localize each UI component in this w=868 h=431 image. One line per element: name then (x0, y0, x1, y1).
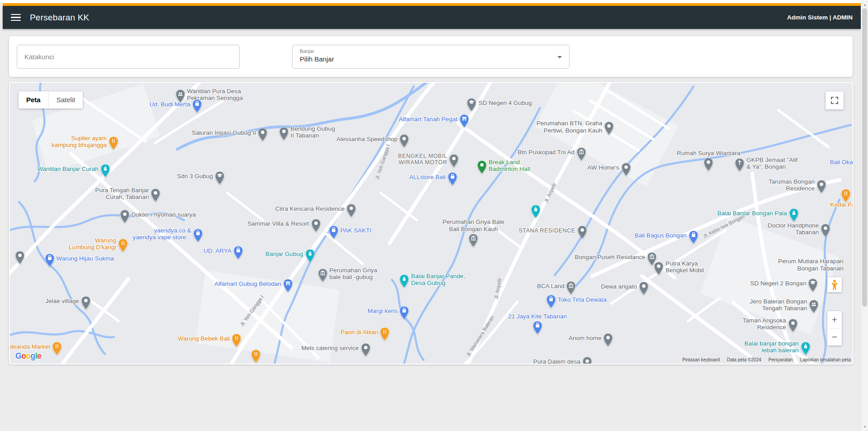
food-pin-icon[interactable] (52, 341, 62, 355)
bag-pin-icon[interactable] (448, 172, 458, 186)
zoom-out-button[interactable]: − (827, 329, 842, 346)
school-pin-icon[interactable] (808, 278, 818, 292)
map-marker-label[interactable]: Balai Banjar Bongan Pala (717, 210, 787, 217)
store-pin-icon[interactable] (283, 279, 293, 293)
map-marker-label[interactable]: ALLstore Bali (409, 174, 445, 180)
map-marker-label[interactable]: Alessanha Speedshop (336, 136, 397, 142)
food-pin-icon[interactable] (231, 333, 241, 347)
user-label[interactable]: Admin Sistem | ADMIN (787, 14, 853, 21)
map-marker-label[interactable]: Doctor Handphone Tabanan (768, 222, 819, 236)
dot-pin-icon[interactable] (477, 160, 487, 174)
bag-pin-icon[interactable] (399, 306, 409, 320)
map-marker-label[interactable]: Sdn 3 Gubug (177, 173, 213, 180)
attribution-report-error-link[interactable]: Laporkan kesalahan peta (800, 357, 851, 362)
bag-pin-icon[interactable] (533, 321, 542, 335)
dot-pin-icon[interactable] (399, 134, 409, 148)
people-pin-icon[interactable] (809, 299, 819, 313)
dot-pin-icon[interactable] (604, 121, 614, 135)
dot-pin-icon[interactable] (816, 180, 826, 194)
dot-pin-icon[interactable] (346, 204, 356, 218)
map-marker-label[interactable]: Warung Lumbung D'kangi (69, 237, 116, 251)
map-marker-label[interactable]: Perumahan BTN. Graha Pertiwi, Bongan Kau… (537, 120, 603, 133)
chevron-down-icon[interactable] (557, 56, 562, 58)
map-marker-label[interactable]: Suplier ayam kampung bhujangga (52, 135, 107, 148)
temple-pin-icon[interactable] (100, 164, 110, 178)
pegman-control[interactable] (827, 277, 842, 292)
map-marker-label[interactable]: yaendya.co & yaendya vape store... (133, 227, 191, 241)
dot-pin-icon[interactable] (621, 162, 631, 176)
menu-icon[interactable] (11, 14, 21, 21)
map-marker-label[interactable]: UD. ARYA (203, 247, 231, 254)
map-marker-label[interactable]: Warung Hijau Sukma (57, 255, 114, 262)
map-marker-label[interactable]: Jelae village (45, 298, 79, 304)
school-pin-icon[interactable] (467, 98, 476, 112)
map-marker-label[interactable]: Citra Kencana Residence (275, 205, 344, 212)
store-pin-icon[interactable] (459, 114, 469, 128)
dot-pin-icon[interactable] (788, 318, 798, 332)
temple-pin-icon[interactable] (789, 208, 799, 222)
bag-pin-icon[interactable] (45, 253, 55, 267)
dot-pin-icon[interactable] (361, 343, 371, 357)
dot-pin-icon[interactable] (654, 261, 664, 275)
map-marker-label[interactable]: AW Home's (587, 164, 619, 171)
google-logo[interactable]: Google (15, 351, 41, 361)
school-pin-icon[interactable] (215, 171, 225, 185)
dot-pin-icon[interactable] (81, 296, 91, 310)
map-marker-label[interactable]: Bali Bagus Bongan (635, 232, 687, 239)
bank-pin-icon[interactable] (566, 281, 576, 295)
map-marker-label[interactable]: Saluran Irigasi Gubug II (192, 130, 256, 137)
map-marker-label[interactable]: Putra Karya Bengkel Mobil (665, 260, 704, 274)
scrollbar-up-arrow-icon[interactable]: ▲ (861, 1, 868, 8)
temple-pin-icon[interactable] (305, 249, 315, 263)
bank-pin-icon[interactable] (576, 147, 586, 161)
map-marker-label[interactable]: SD Negeri 4 Gubug (478, 100, 532, 107)
zoom-in-button[interactable]: + (827, 311, 842, 328)
map-marker-label[interactable]: BENGKEL MOBIL WIRAMA MOTOR (398, 153, 448, 166)
map-marker-label[interactable]: STANA RESIDENCE (519, 227, 575, 234)
dot-pin-icon[interactable] (639, 281, 649, 295)
food-pin-icon[interactable] (380, 327, 390, 341)
map-marker-label[interactable]: Sammar Villa & Resort (247, 220, 309, 227)
dot-pin-icon[interactable] (311, 218, 321, 232)
map-marker-label[interactable]: Alfamart Gubug Belodan (214, 280, 281, 287)
map-marker-label[interactable]: Kedai Pasu (830, 201, 853, 208)
attribution-keyboard-shortcuts[interactable]: Pintasan keyboard (682, 357, 720, 362)
page-scrollbar[interactable]: ▲ ▼ (861, 0, 868, 431)
map-marker-label[interactable]: SD Negeri 2 Bongan (750, 280, 807, 287)
scrollbar-thumb[interactable] (862, 8, 867, 307)
banjar-select[interactable]: Banjar Pilih Banjar (292, 45, 570, 69)
attribution-terms-link[interactable]: Persyaratan (769, 357, 793, 362)
church-pin-icon[interactable] (735, 158, 745, 172)
dot-pin-icon[interactable] (582, 356, 592, 364)
bag-pin-icon[interactable] (192, 99, 202, 113)
bag-pin-icon[interactable] (233, 246, 243, 260)
map-marker-label[interactable]: Alfamart Tanah Pegat (399, 116, 458, 123)
fullscreen-button[interactable] (826, 91, 844, 109)
dot-pin-icon[interactable] (15, 251, 25, 265)
dot-pin-icon[interactable] (603, 333, 613, 347)
map-marker-label[interactable]: Bali Okane (830, 159, 853, 166)
bank-pin-icon[interactable] (318, 268, 328, 282)
map-marker-label[interactable]: Wantilan Banjar Curah (37, 166, 98, 173)
dot-pin-icon[interactable] (703, 157, 713, 171)
map-type-satelit-button[interactable]: Satelit (48, 91, 83, 109)
dot-pin-icon[interactable] (821, 223, 830, 237)
map-marker-label[interactable]: Margi keris (368, 308, 397, 315)
food-pin-icon[interactable] (251, 349, 261, 363)
bag-pin-icon[interactable] (546, 294, 556, 308)
food-pin-icon[interactable] (118, 238, 128, 252)
bag-pin-icon[interactable] (193, 228, 203, 242)
map-marker-label[interactable]: Pura Tengah Banjar Curah, Tabanan (95, 187, 149, 200)
temple-pin-icon[interactable] (801, 341, 811, 355)
food-pin-icon[interactable] (108, 136, 118, 150)
temple-pin-icon[interactable] (531, 204, 541, 218)
map-marker-label[interactable]: Tarumas Bongan Residence (769, 178, 815, 192)
map-marker-label[interactable]: Rumah Surya Wiantara (677, 150, 740, 156)
map-marker-label[interactable]: Ud. Budi Merta (150, 101, 190, 108)
map-marker-label[interactable]: Perum Mutiara Harapan Bongan Tabanan (778, 258, 843, 271)
map-marker-label[interactable]: Balai Banjar Pande, Desa Gubug (411, 273, 465, 286)
map-marker-label[interactable]: deanda Market (10, 344, 50, 350)
map-marker-label[interactable]: Balai banjar bongan lebah baleran (745, 340, 799, 354)
map-marker-label[interactable]: Dokter i nyoman suarya (132, 211, 196, 218)
map-marker-label[interactable]: Anom home (569, 335, 602, 342)
